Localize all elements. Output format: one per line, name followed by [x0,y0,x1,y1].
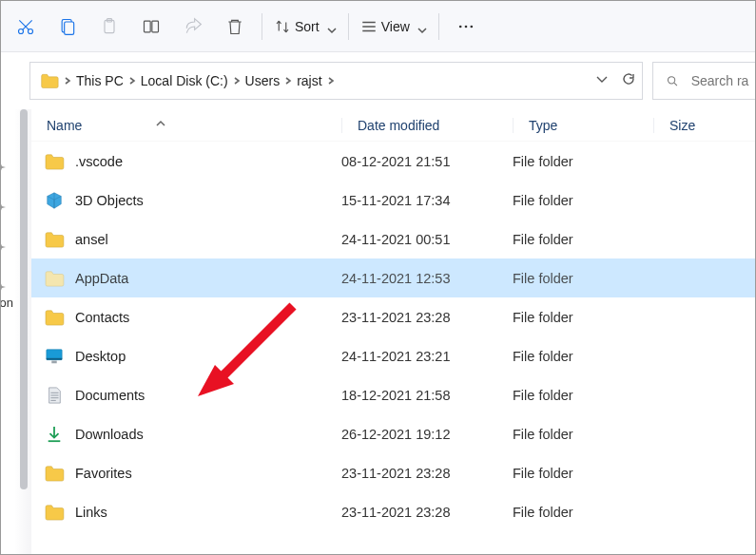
sort-indicator-icon [155,115,166,130]
search-box[interactable] [652,62,756,100]
svg-point-11 [668,77,674,84]
folder-icon [43,150,66,173]
paste-icon[interactable] [88,10,130,44]
file-name: Links [75,505,341,520]
search-input[interactable] [691,73,756,88]
pin-icon [0,240,7,258]
file-date: 24-11-2021 23:21 [341,349,513,364]
copy-icon[interactable] [47,10,88,44]
column-size[interactable]: Size [653,118,755,133]
file-row[interactable]: Favorites23-11-2021 23:28File folder [31,453,755,492]
more-icon[interactable] [445,10,487,44]
column-type[interactable]: Type [513,118,653,133]
file-name: Documents [75,388,341,403]
address-row: This PC Local Disk (C:) Users rajst [1,52,755,109]
rename-icon[interactable] [130,10,172,44]
toolbar-separator [438,13,439,40]
file-type: File folder [513,154,653,169]
file-date: 23-11-2021 23:28 [341,466,513,481]
file-row[interactable]: Documents18-12-2021 21:58File folder [31,375,755,414]
file-type: File folder [513,232,653,247]
sidebar-scrollbar[interactable] [14,109,31,554]
svg-rect-14 [51,360,56,363]
file-name: Favorites [75,466,341,481]
folder-icon [40,72,59,89]
cube-icon [43,189,66,212]
folder-icon [43,228,66,251]
file-name: AppData [75,271,341,286]
svg-point-10 [470,25,473,28]
column-date[interactable]: Date modified [341,118,513,133]
breadcrumb[interactable]: This PC [72,73,127,88]
pin-icon [0,161,7,178]
file-name: .vscode [75,154,341,169]
file-row[interactable]: Desktop24-11-2021 23:21File folder [31,336,755,375]
file-type: File folder [513,310,653,325]
file-date: 24-11-2021 12:53 [341,271,513,286]
chevron-right-icon[interactable] [127,76,137,86]
chevron-right-icon[interactable] [326,76,336,86]
folder-icon [43,306,66,329]
file-name: 3D Objects [75,193,341,208]
toolbar-separator [348,13,349,40]
file-type: File folder [513,193,653,208]
chevron-right-icon[interactable] [232,76,242,86]
breadcrumb[interactable]: rajst [293,73,325,88]
file-name: Downloads [75,427,341,442]
file-row[interactable]: Links23-11-2021 23:28File folder [31,492,755,531]
file-type: File folder [513,349,653,364]
view-label: View [381,19,410,34]
view-button[interactable]: View [355,18,433,35]
sort-label: Sort [295,19,320,34]
svg-rect-3 [65,22,74,34]
file-list: Name Date modified Type Size .vscode08-1… [31,109,755,554]
history-chevron-icon[interactable] [594,71,610,90]
main: son Name Date modified Type Size .vscode… [1,109,755,554]
folder-icon [43,501,66,524]
file-row[interactable]: AppData24-11-2021 12:53File folder [31,258,755,297]
breadcrumb[interactable]: Users [242,73,284,88]
sort-button[interactable]: Sort [268,18,342,35]
folder-light-icon [43,267,66,290]
share-icon[interactable] [172,10,214,44]
column-name-label: Name [47,118,82,133]
file-row[interactable]: .vscode08-12-2021 21:51File folder [31,142,755,181]
file-row[interactable]: 3D Objects15-11-2021 17:34File folder [31,181,755,220]
file-type: File folder [513,388,653,403]
file-date: 23-11-2021 23:28 [341,310,513,325]
address-bar[interactable]: This PC Local Disk (C:) Users rajst [29,62,643,100]
file-date: 23-11-2021 23:28 [341,505,513,520]
column-name[interactable]: Name [31,118,341,133]
breadcrumb[interactable]: Local Disk (C:) [137,73,232,88]
file-type: File folder [513,466,653,481]
file-date: 18-12-2021 21:58 [341,388,513,403]
chevron-right-icon[interactable] [63,76,72,86]
refresh-icon[interactable] [621,71,636,90]
cut-icon[interactable] [5,10,47,44]
column-headers: Name Date modified Type Size [31,109,755,142]
delete-icon[interactable] [214,10,256,44]
file-type: File folder [513,427,653,442]
svg-rect-6 [145,21,151,32]
download-icon [43,423,66,446]
chevron-right-icon[interactable] [283,76,293,86]
sidebar-cut-text: son [0,296,13,310]
desktop-icon [43,345,66,368]
svg-rect-13 [47,357,62,359]
file-type: File folder [513,271,653,286]
file-row[interactable]: ansel24-11-2021 00:51File folder [31,220,755,258]
file-date: 08-12-2021 21:51 [341,154,513,169]
svg-rect-7 [152,21,159,32]
folder-icon [43,462,66,485]
file-row[interactable]: Contacts23-11-2021 23:28File folder [31,297,755,336]
file-row[interactable]: Downloads26-12-2021 19:12File folder [31,414,755,453]
toolbar: Sort View [1,1,755,52]
svg-point-8 [459,25,462,28]
file-name: Contacts [75,310,341,325]
file-name: ansel [75,232,341,247]
file-name: Desktop [75,349,341,364]
scrollbar-thumb[interactable] [20,109,28,489]
file-date: 24-11-2021 00:51 [341,232,513,247]
file-date: 15-11-2021 17:34 [341,193,513,208]
sidebar-fragment: son [1,109,14,554]
